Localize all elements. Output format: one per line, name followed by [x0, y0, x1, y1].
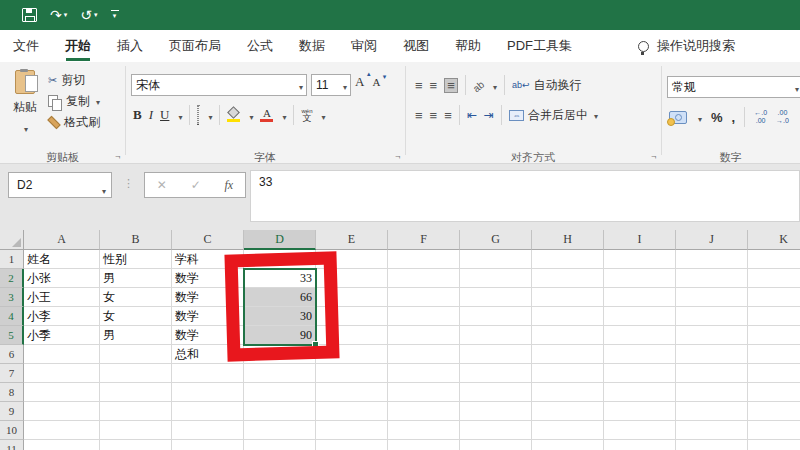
cell-H6[interactable]: [532, 345, 604, 364]
column-header-G[interactable]: G: [460, 230, 532, 250]
align-top-button[interactable]: ≡: [415, 79, 423, 92]
accounting-format-button[interactable]: [669, 111, 687, 124]
cell-J4[interactable]: [676, 307, 748, 326]
tab-formulas[interactable]: 公式: [247, 30, 273, 62]
cell-I4[interactable]: [604, 307, 676, 326]
row-header-10[interactable]: 10: [0, 421, 24, 440]
column-header-H[interactable]: H: [532, 230, 604, 250]
tab-home[interactable]: 开始: [65, 30, 91, 62]
cell-H9[interactable]: [532, 402, 604, 421]
customize-quick-access-button[interactable]: ▾: [111, 10, 119, 20]
cell-J9[interactable]: [676, 402, 748, 421]
column-header-E[interactable]: E: [316, 230, 388, 250]
increase-font-size-button[interactable]: A▴: [355, 74, 364, 90]
tab-data[interactable]: 数据: [299, 30, 325, 62]
cell-D9[interactable]: [244, 402, 316, 421]
cell-B11[interactable]: [100, 440, 172, 450]
cell-F8[interactable]: [388, 383, 460, 402]
cell-C11[interactable]: [172, 440, 244, 450]
format-painter-button[interactable]: 格式刷: [48, 113, 100, 131]
cell-B2[interactable]: 男: [100, 269, 172, 288]
font-color-button[interactable]: A: [260, 108, 273, 122]
paste-button[interactable]: 粘贴: [6, 70, 44, 136]
column-header-B[interactable]: B: [100, 230, 172, 250]
cell-B4[interactable]: 女: [100, 307, 172, 326]
cell-G11[interactable]: [460, 440, 532, 450]
cell-A6[interactable]: [24, 345, 100, 364]
column-header-D[interactable]: D: [244, 230, 316, 250]
cell-B9[interactable]: [100, 402, 172, 421]
cell-I11[interactable]: [604, 440, 676, 450]
cell-G10[interactable]: [460, 421, 532, 440]
cell-C7[interactable]: [172, 364, 244, 383]
cell-H2[interactable]: [532, 269, 604, 288]
cell-I7[interactable]: [604, 364, 676, 383]
cell-F2[interactable]: [388, 269, 460, 288]
cell-D11[interactable]: [244, 440, 316, 450]
borders-button[interactable]: [197, 106, 199, 124]
select-all-button[interactable]: [0, 230, 24, 250]
cell-K2[interactable]: [748, 269, 800, 288]
cell-H8[interactable]: [532, 383, 604, 402]
cell-J2[interactable]: [676, 269, 748, 288]
cell-H4[interactable]: [532, 307, 604, 326]
tell-me-search[interactable]: 操作说明搜索: [638, 30, 735, 62]
chevron-down-icon[interactable]: [696, 108, 702, 126]
underline-button[interactable]: U: [160, 107, 169, 123]
chevron-down-icon[interactable]: [176, 106, 182, 124]
cell-D8[interactable]: [244, 383, 316, 402]
tab-pdf-tools[interactable]: PDF工具集: [507, 30, 572, 62]
cell-J5[interactable]: [676, 326, 748, 345]
dialog-launcher-icon[interactable]: ⌐: [651, 151, 656, 161]
cut-button[interactable]: ✂ 剪切: [48, 71, 100, 89]
cell-I9[interactable]: [604, 402, 676, 421]
cell-A3[interactable]: 小王: [24, 288, 100, 307]
orientation-button[interactable]: ab: [473, 76, 484, 94]
increase-indent-button[interactable]: ⇥: [484, 108, 494, 122]
bold-button[interactable]: B: [133, 107, 142, 123]
dialog-launcher-icon[interactable]: ⌐: [395, 151, 400, 161]
phonetic-guide-button[interactable]: wén 文: [301, 108, 312, 123]
formula-input[interactable]: 33: [250, 170, 800, 222]
cell-K6[interactable]: [748, 345, 800, 364]
cell-A11[interactable]: [24, 440, 100, 450]
wrap-text-button[interactable]: ab↩ 自动换行: [512, 76, 582, 94]
cell-I10[interactable]: [604, 421, 676, 440]
cell-G9[interactable]: [460, 402, 532, 421]
row-header-1[interactable]: 1: [0, 250, 24, 269]
cell-K9[interactable]: [748, 402, 800, 421]
cell-H1[interactable]: [532, 250, 604, 269]
cell-F4[interactable]: [388, 307, 460, 326]
tab-review[interactable]: 审阅: [351, 30, 377, 62]
cell-K8[interactable]: [748, 383, 800, 402]
chevron-down-icon[interactable]: [280, 106, 286, 124]
fill-color-button[interactable]: [227, 108, 240, 122]
tab-page-layout[interactable]: 页面布局: [169, 30, 221, 62]
row-header-8[interactable]: 8: [0, 383, 24, 402]
cell-I3[interactable]: [604, 288, 676, 307]
cell-J1[interactable]: [676, 250, 748, 269]
align-center-button[interactable]: ≡: [430, 109, 438, 122]
chevron-down-icon[interactable]: [247, 106, 253, 124]
chevron-down-icon[interactable]: [491, 76, 497, 94]
cell-I8[interactable]: [604, 383, 676, 402]
font-size-select[interactable]: 11: [311, 74, 351, 96]
cell-G7[interactable]: [460, 364, 532, 383]
cell-H7[interactable]: [532, 364, 604, 383]
decrease-indent-button[interactable]: ⇤: [467, 108, 477, 122]
cell-B10[interactable]: [100, 421, 172, 440]
cell-B3[interactable]: 女: [100, 288, 172, 307]
cell-C8[interactable]: [172, 383, 244, 402]
row-header-3[interactable]: 3: [0, 288, 24, 307]
row-header-5[interactable]: 5: [0, 326, 24, 345]
column-header-K[interactable]: K: [748, 230, 800, 250]
cell-G2[interactable]: [460, 269, 532, 288]
cell-E7[interactable]: [316, 364, 388, 383]
cell-K3[interactable]: [748, 288, 800, 307]
cell-F6[interactable]: [388, 345, 460, 364]
cell-K11[interactable]: [748, 440, 800, 450]
cell-A1[interactable]: 姓名: [24, 250, 100, 269]
cancel-button[interactable]: ✕: [157, 178, 167, 192]
cell-H10[interactable]: [532, 421, 604, 440]
row-header-6[interactable]: 6: [0, 345, 24, 364]
